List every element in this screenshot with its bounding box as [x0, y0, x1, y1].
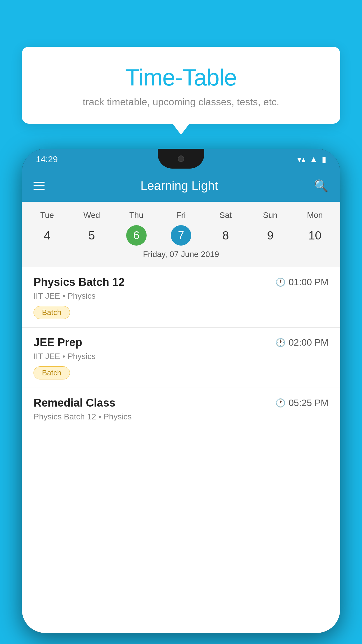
day-10[interactable]: 10 [293, 225, 337, 246]
battery-icon: ▮ [322, 155, 326, 164]
item-2-time: 🕐 02:00 PM [275, 337, 328, 348]
signal-icon: ▲ [310, 155, 318, 164]
status-time: 14:29 [36, 154, 58, 164]
item-2-subtitle: IIT JEE • Physics [34, 352, 328, 361]
day-header-thu: Thu [114, 208, 159, 223]
day-headers: Tue Wed Thu Fri Sat Sun Mon [22, 208, 340, 223]
notch [158, 149, 204, 169]
day-6-today[interactable]: 6 [126, 225, 147, 246]
day-header-tue: Tue [25, 208, 69, 223]
phone-frame: 14:29 ▾▴ ▲ ▮ Learning Light 🔍 [22, 149, 340, 633]
item-1-title: Physics Batch 12 [34, 276, 125, 288]
tooltip-title: Time-Table [36, 64, 326, 91]
tooltip-subtitle: track timetable, upcoming classes, tests… [36, 96, 326, 108]
day-header-sun: Sun [248, 208, 293, 223]
phone-wrapper: 14:29 ▾▴ ▲ ▮ Learning Light 🔍 [22, 149, 340, 644]
item-3-title: Remedial Class [34, 397, 115, 409]
item-3-time: 🕐 05:25 PM [275, 398, 328, 408]
schedule-item-3[interactable]: Remedial Class 🕐 05:25 PM Physics Batch … [22, 388, 340, 435]
day-header-fri: Fri [159, 208, 203, 223]
day-9[interactable]: 9 [248, 225, 293, 246]
item-1-header: Physics Batch 12 🕐 01:00 PM [34, 276, 328, 288]
clock-icon-2: 🕐 [275, 338, 286, 347]
schedule-item-2[interactable]: JEE Prep 🕐 02:00 PM IIT JEE • Physics Ba… [22, 328, 340, 388]
menu-icon[interactable] [34, 182, 45, 190]
schedule-list: Physics Batch 12 🕐 01:00 PM IIT JEE • Ph… [22, 267, 340, 633]
clock-icon-1: 🕐 [275, 277, 286, 287]
calendar-strip: Tue Wed Thu Fri Sat Sun Mon 4 5 6 7 8 9 … [22, 202, 340, 267]
page-background: Time-Table track timetable, upcoming cla… [0, 0, 362, 644]
search-icon[interactable]: 🔍 [314, 179, 328, 193]
day-8[interactable]: 8 [203, 225, 248, 246]
selected-date: Friday, 07 June 2019 [22, 246, 340, 264]
day-header-mon: Mon [293, 208, 337, 223]
app-bar: Learning Light 🔍 [22, 170, 340, 202]
day-4[interactable]: 4 [25, 225, 69, 246]
item-3-subtitle: Physics Batch 12 • Physics [34, 412, 328, 421]
camera [178, 155, 184, 162]
wifi-icon: ▾▴ [297, 155, 305, 164]
clock-icon-3: 🕐 [275, 398, 286, 408]
day-header-sat: Sat [203, 208, 248, 223]
item-2-badge: Batch [34, 366, 70, 379]
item-2-title: JEE Prep [34, 336, 82, 349]
item-3-header: Remedial Class 🕐 05:25 PM [34, 397, 328, 409]
day-header-wed: Wed [69, 208, 114, 223]
tooltip-card: Time-Table track timetable, upcoming cla… [22, 47, 340, 124]
day-7-selected[interactable]: 7 [171, 225, 191, 246]
app-title: Learning Light [54, 179, 305, 193]
item-2-header: JEE Prep 🕐 02:00 PM [34, 336, 328, 349]
status-icons: ▾▴ ▲ ▮ [297, 155, 326, 164]
schedule-item-1[interactable]: Physics Batch 12 🕐 01:00 PM IIT JEE • Ph… [22, 267, 340, 328]
day-numbers: 4 5 6 7 8 9 10 [22, 225, 340, 246]
item-1-time: 🕐 01:00 PM [275, 277, 328, 288]
day-5[interactable]: 5 [69, 225, 114, 246]
item-1-badge: Batch [34, 306, 70, 319]
item-1-subtitle: IIT JEE • Physics [34, 291, 328, 301]
